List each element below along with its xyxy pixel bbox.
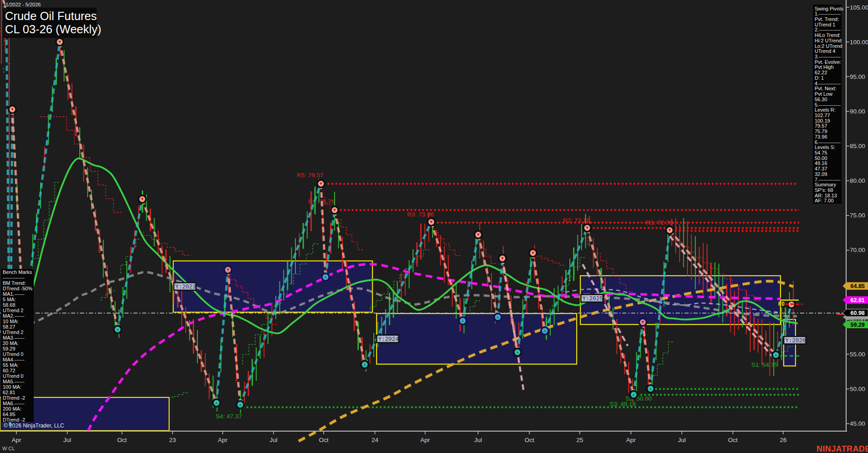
svg-text:UTrend 0: UTrend 0	[3, 373, 23, 379]
svg-text:Oct: Oct	[728, 437, 738, 443]
svg-text:F0: F0	[778, 301, 785, 307]
svg-text:26: 26	[780, 437, 786, 443]
svg-text:Jul: Jul	[678, 437, 686, 443]
svg-text:Levels R:: Levels R:	[815, 107, 836, 113]
svg-text:56.30: 56.30	[815, 97, 827, 102]
svg-text:105.00: 105.00	[850, 4, 868, 11]
svg-text:Levels S:: Levels S:	[815, 144, 835, 150]
svg-text:6.-------------: 6.-------------	[815, 139, 841, 145]
svg-text:85.00: 85.00	[850, 143, 865, 149]
svg-text:Summary: Summary	[815, 182, 837, 187]
svg-text:-------------: -------------	[3, 275, 25, 280]
svg-text:Pvt Low: Pvt Low	[815, 91, 832, 97]
svg-text:CL 03-26 (Weekly): CL 03-26 (Weekly)	[5, 23, 101, 36]
svg-text:55 MA:: 55 MA:	[3, 362, 19, 368]
svg-text:Jul: Jul	[474, 437, 482, 443]
svg-text:Jul: Jul	[269, 437, 277, 443]
svg-text:20 MA:: 20 MA:	[3, 340, 19, 346]
svg-text:MA3.------: MA3.------	[3, 335, 25, 340]
svg-text:Y:2026: Y:2026	[785, 338, 806, 344]
svg-text:75.79: 75.79	[815, 129, 827, 134]
svg-text:45.00: 45.00	[850, 420, 865, 427]
svg-text:MA5.------: MA5.------	[3, 379, 25, 384]
svg-text:DTrend -50%: DTrend -50%	[3, 286, 32, 291]
svg-text:55.00: 55.00	[850, 351, 865, 358]
svg-text:95.00: 95.00	[850, 73, 865, 80]
svg-text:Apr: Apr	[420, 437, 430, 443]
svg-text:NINJATRADER: NINJATRADER	[816, 444, 868, 453]
svg-text:64.85: 64.85	[851, 283, 865, 289]
svg-text:90.00: 90.00	[850, 108, 865, 115]
svg-text:59.29: 59.29	[851, 322, 865, 328]
svg-text:Oct: Oct	[319, 437, 328, 443]
svg-text:5 MA:: 5 MA:	[3, 297, 16, 302]
svg-text:DTrend -2: DTrend -2	[3, 417, 25, 422]
svg-text:W CL: W CL	[2, 446, 15, 451]
svg-text:Jul: Jul	[63, 437, 71, 443]
svg-text:UTrend 2: UTrend 2	[3, 329, 23, 335]
svg-text:2.-------------: 2.-------------	[815, 27, 841, 32]
svg-text:62.81: 62.81	[851, 297, 865, 304]
svg-text:100 MA:: 100 MA:	[3, 384, 21, 390]
svg-text:MA4.------: MA4.------	[3, 357, 25, 362]
svg-text:Apr: Apr	[218, 437, 228, 443]
svg-text:Pvt. Next:: Pvt. Next:	[815, 86, 837, 91]
svg-text:59.29: 59.29	[3, 346, 16, 351]
svg-text:1.-------------: 1.-------------	[815, 11, 841, 16]
svg-text:Crude Oil Futures: Crude Oil Futures	[5, 10, 97, 22]
svg-text:62.22: 62.22	[815, 70, 827, 75]
svg-text:Bench Marks: Bench Marks	[3, 269, 32, 275]
svg-text:R5: 79.57: R5: 79.57	[297, 172, 324, 179]
svg-text:49.16: 49.16	[815, 160, 827, 166]
svg-text:BM Trend:: BM Trend:	[3, 280, 26, 286]
svg-text:Pvt High: Pvt High	[815, 64, 834, 70]
svg-text:73.96: 73.96	[815, 134, 827, 139]
svg-text:47.37: 47.37	[815, 166, 827, 171]
svg-text:64.85: 64.85	[3, 412, 16, 417]
svg-text:Apr: Apr	[626, 437, 636, 443]
svg-text:MA1.------: MA1.------	[3, 291, 25, 297]
svg-text:AR: 18.13: AR: 18.13	[815, 193, 837, 198]
svg-text:S4: 47.37: S4: 47.37	[216, 413, 242, 420]
svg-text:100.00: 100.00	[850, 39, 868, 46]
svg-text:102.77: 102.77	[815, 113, 830, 118]
svg-text:25: 25	[576, 437, 583, 443]
svg-text:5.-------------: 5.-------------	[815, 102, 841, 108]
svg-text:R1: 72.78: R1: 72.78	[646, 219, 673, 226]
svg-text:Hi:2 UTrend: Hi:2 UTrend	[815, 38, 842, 43]
svg-text:Pvt. Trend:: Pvt. Trend:	[815, 16, 839, 22]
svg-text:Y:2024: Y:2024	[378, 336, 399, 343]
svg-text:58.68: 58.68	[3, 302, 16, 308]
svg-text:10 MA:: 10 MA:	[3, 319, 19, 324]
svg-text:HiLo Trend:: HiLo Trend:	[815, 32, 841, 38]
svg-text:Lo:2 UTrend: Lo:2 UTrend	[815, 43, 842, 49]
svg-text:UTrend 4: UTrend 4	[815, 48, 835, 54]
svg-text:60.98: 60.98	[851, 310, 865, 316]
svg-text:79.57: 79.57	[815, 123, 827, 129]
svg-text:MA2.------: MA2.------	[3, 313, 25, 319]
svg-text:50.00: 50.00	[850, 386, 865, 392]
svg-text:58.27: 58.27	[3, 324, 16, 329]
svg-text:SP's: 68: SP's: 68	[815, 187, 833, 193]
svg-text:Oct: Oct	[525, 437, 534, 443]
svg-text:11/2022 - 5/2026: 11/2022 - 5/2026	[3, 2, 41, 7]
svg-text:23: 23	[169, 437, 176, 443]
svg-text:200 MA:: 200 MA:	[3, 406, 21, 412]
svg-text:MA6.------: MA6.------	[3, 401, 25, 406]
svg-text:24: 24	[372, 437, 379, 443]
svg-text:50.00: 50.00	[815, 155, 827, 161]
svg-text:100.19: 100.19	[815, 118, 830, 124]
svg-text:D: 1: D: 1	[815, 75, 824, 81]
svg-text:UTrend 0: UTrend 0	[3, 351, 23, 357]
svg-text:54.75: 54.75	[815, 150, 827, 155]
svg-text:32.09: 32.09	[815, 171, 827, 177]
svg-text:Swing Pivots: Swing Pivots	[815, 6, 843, 11]
svg-text:70.00: 70.00	[850, 247, 865, 253]
svg-text:3.-------------: 3.-------------	[815, 54, 841, 59]
svg-text:80.00: 80.00	[850, 177, 865, 184]
svg-text:7.-------------: 7.-------------	[815, 177, 841, 182]
svg-text:Y:2023: Y:2023	[176, 284, 196, 290]
svg-text:Apr: Apr	[11, 437, 21, 443]
svg-text:R3: 73.96: R3: 73.96	[407, 211, 434, 218]
svg-text:60.72: 60.72	[3, 368, 16, 373]
